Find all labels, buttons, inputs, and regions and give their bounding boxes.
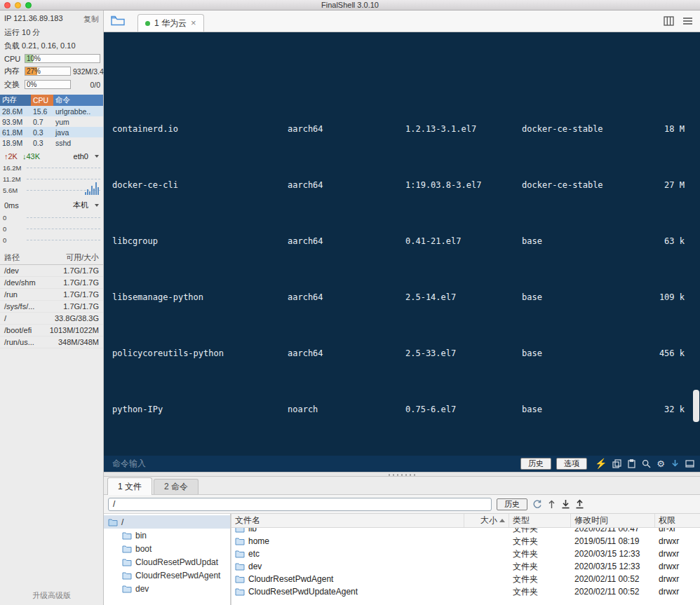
settings-gear-icon[interactable]: ⚙ — [657, 459, 665, 468]
paste-icon[interactable] — [627, 459, 636, 468]
zoom-window-button[interactable] — [25, 2, 32, 8]
file-row[interactable]: CloudrResetPwdAgent 文件夹 2020/02/11 00:52… — [231, 573, 700, 585]
memory-progressbar: 27% — [25, 67, 71, 76]
file-row[interactable]: etc 文件夹 2020/03/15 12:33 drwxr — [231, 548, 700, 560]
command-input[interactable]: 命令输入 — [112, 458, 516, 470]
session-tabbar: 1 华为云 × — [104, 11, 700, 32]
ping-scale-label: 0 — [3, 214, 27, 222]
network-scale-label: 5.6M — [3, 186, 27, 194]
terminal-package-line: containerd.io aarch64 1.2.13-3.1.el7 doc… — [112, 122, 700, 136]
ping-header: 0ms 本机 — [0, 196, 103, 210]
path-history-button[interactable]: 历史 — [497, 498, 527, 510]
connection-manager-folder-icon[interactable] — [111, 15, 125, 26]
disk-row: /run/us... 348M/348M — [0, 337, 103, 348]
upload-icon[interactable] — [575, 499, 584, 509]
bottom-panel: 1 文件 2 命令 / 历史 — [104, 477, 700, 605]
refresh-icon[interactable] — [532, 499, 542, 509]
tree-item[interactable]: CloudResetPwdUpdat — [104, 555, 230, 569]
minimize-panel-icon[interactable] — [685, 459, 694, 468]
terminal-package-line: docker-ce-cli aarch64 1:19.03.8-3.el7 do… — [112, 178, 700, 192]
column-type[interactable]: 类型 — [509, 514, 571, 527]
upgrade-premium-link[interactable]: 升级高级版 — [0, 590, 103, 601]
folder-icon — [235, 575, 245, 583]
process-row: 61.8M 0.3 java — [0, 127, 103, 137]
cpu-progressbar: 10% — [25, 54, 100, 63]
copy-ip-button[interactable]: 复制 — [83, 14, 99, 25]
minimize-window-button[interactable] — [15, 2, 21, 8]
memory-percent: 27% — [27, 67, 41, 76]
window-controls — [4, 2, 32, 8]
scroll-to-bottom-icon[interactable] — [671, 459, 680, 468]
parent-directory-icon[interactable] — [547, 499, 556, 509]
sort-asc-icon — [499, 519, 505, 522]
tab-files[interactable]: 1 文件 — [107, 477, 152, 495]
server-ip: IP 121.36.89.183 — [4, 14, 63, 25]
grid-view-icon[interactable] — [664, 16, 674, 26]
disk-row: /sys/fs/... 1.7G/1.7G — [0, 301, 103, 313]
process-row: 18.9M 0.3 sshd — [0, 137, 103, 148]
file-row[interactable]: lib 文件夹 2020/02/11 00:47 dr-xr — [231, 528, 700, 535]
ping-scale-label: 0 — [3, 225, 27, 233]
path-input[interactable]: / — [108, 498, 492, 511]
process-col-memory[interactable]: 内存 — [0, 95, 31, 106]
close-window-button[interactable] — [4, 2, 11, 8]
chevron-down-icon — [95, 204, 99, 207]
tree-item[interactable]: dev — [104, 582, 230, 595]
folder-icon — [235, 587, 245, 596]
column-size[interactable]: 大小 — [464, 514, 509, 527]
tree-item[interactable]: bin — [104, 529, 230, 542]
process-row: 28.6M 15.6 urlgrabbe.. — [0, 106, 103, 116]
file-row[interactable]: home 文件夹 2019/05/11 08:19 drwxr — [231, 535, 700, 548]
ping-graph: 0 0 0 — [3, 212, 100, 245]
cpu-percent: 10% — [27, 55, 41, 63]
connected-status-dot — [145, 21, 150, 26]
tree-item[interactable]: CloudrResetPwdAgent — [104, 569, 230, 582]
close-tab-icon[interactable]: × — [191, 20, 196, 27]
panel-splitter[interactable] — [104, 472, 700, 477]
disk-col-path[interactable]: 路径 — [0, 251, 42, 265]
folder-icon — [235, 550, 245, 558]
copy-icon[interactable] — [612, 459, 621, 468]
memory-label: 内存 — [4, 66, 22, 76]
ping-target-selector[interactable]: 本机 — [73, 200, 88, 210]
column-permissions[interactable]: 权限 — [655, 514, 700, 527]
cpu-label: CPU — [4, 55, 22, 63]
monitor-sidebar: IP 121.36.89.183 复制 运行 10 分 负载 0.21, 0.1… — [0, 11, 104, 605]
search-icon[interactable] — [642, 459, 651, 468]
cpu-meter: CPU 10% — [0, 53, 103, 64]
terminal-output[interactable]: containerd.io aarch64 1.2.13-3.1.el7 doc… — [104, 32, 700, 456]
process-table: 内存 CPU 命令 28.6M 15.6 urlgrabbe.. — [0, 95, 103, 148]
disk-row: /dev/shm 1.7G/1.7G — [0, 277, 103, 289]
tree-item-root[interactable]: / — [104, 515, 230, 529]
tree-item[interactable]: boot — [104, 542, 230, 555]
network-scale-label: 11.2M — [3, 175, 27, 183]
file-list-header: 文件名 大小 类型 修改时间 权限 — [231, 514, 700, 528]
ping-latency: 0ms — [4, 201, 19, 210]
column-mtime[interactable]: 修改时间 — [571, 514, 655, 527]
session-tab-huaweicloud[interactable]: 1 华为云 × — [137, 14, 204, 32]
directory-tree: / bin — [104, 514, 231, 605]
disk-col-free[interactable]: 可用/大小 — [42, 251, 103, 265]
titlebar: FinalShell 3.0.10 — [0, 0, 700, 11]
command-options-button[interactable]: 选项 — [556, 458, 587, 470]
process-col-cpu[interactable]: CPU — [31, 95, 53, 106]
file-row[interactable]: dev 文件夹 2020/03/15 12:33 drwxr — [231, 560, 700, 573]
finalshell-window: FinalShell 3.0.10 IP 121.36.89.183 复制 运行… — [0, 0, 700, 605]
menu-icon[interactable] — [682, 16, 693, 26]
terminal-scrollbar-thumb[interactable] — [693, 390, 699, 422]
quick-command-lightning-icon[interactable]: ⚡ — [595, 459, 607, 468]
command-history-button[interactable]: 历史 — [520, 458, 551, 470]
download-icon[interactable] — [561, 499, 570, 509]
folder-icon — [235, 528, 245, 533]
disk-table: 路径 可用/大小 /dev 1.7G/1.7G /dev/shm — [0, 251, 103, 348]
network-download-rate: ↓43K — [22, 152, 40, 161]
network-interface-selector[interactable]: eth0 — [74, 152, 88, 161]
window-title: FinalShell 3.0.10 — [321, 1, 379, 9]
tab-commands[interactable]: 2 命令 — [154, 479, 198, 494]
file-row[interactable]: CloudResetPwdUpdateAgent 文件夹 2020/02/11 … — [231, 585, 700, 598]
process-col-command[interactable]: 命令 — [53, 95, 103, 106]
column-filename[interactable]: 文件名 — [231, 514, 464, 527]
network-graph-bars — [85, 182, 99, 195]
memory-meter: 内存 27% 932M/3.4G — [0, 64, 103, 78]
process-row: 93.9M 0.7 yum — [0, 116, 103, 127]
